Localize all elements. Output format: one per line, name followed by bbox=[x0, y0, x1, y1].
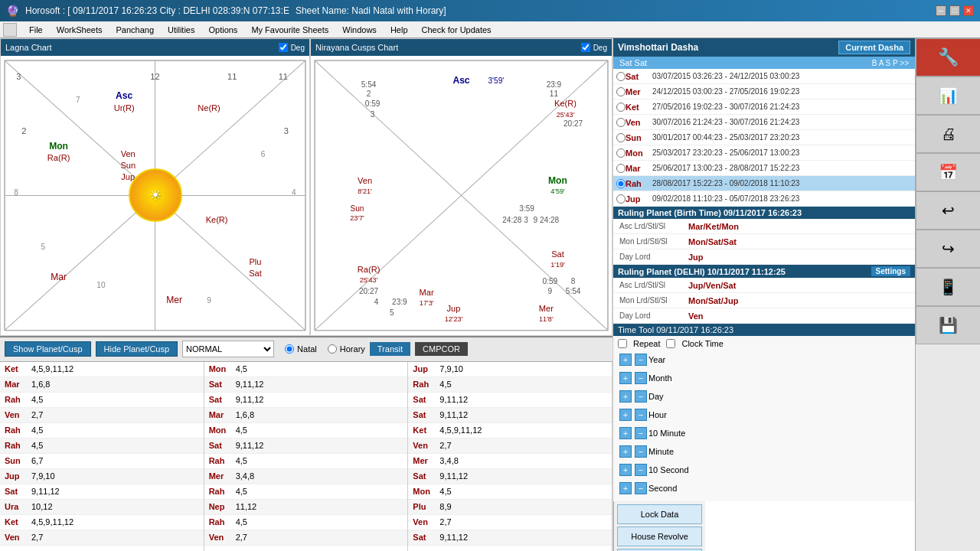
close-btn[interactable]: ✕ bbox=[963, 5, 974, 16]
maximize-btn[interactable]: □ bbox=[949, 5, 960, 16]
dasha-row[interactable]: Rah 28/08/2017 15:22:23 - 09/02/2018 11:… bbox=[613, 176, 915, 191]
table-row[interactable]: Rah 4,5 bbox=[0, 423, 204, 439]
clock-time-checkbox[interactable] bbox=[666, 339, 675, 348]
table-row[interactable]: Sat 9,11,12 bbox=[204, 439, 408, 454]
table-row[interactable]: Mer 3,4,8 bbox=[204, 469, 408, 484]
table-row[interactable]: Mon 4,5 bbox=[204, 423, 408, 439]
settings-btn[interactable]: Settings bbox=[871, 266, 910, 276]
back-icon-btn[interactable]: ↩ bbox=[916, 191, 980, 230]
dasha-radio[interactable] bbox=[616, 118, 626, 127]
dasha-row[interactable]: Ket 27/05/2016 19:02:23 - 30/07/2016 21:… bbox=[613, 99, 915, 115]
table-row[interactable]: Rah 4,5 bbox=[204, 515, 408, 530]
table-row[interactable]: Rah 4,5 bbox=[0, 439, 204, 454]
time-minus-btn[interactable]: − bbox=[635, 354, 647, 366]
time-plus-btn[interactable]: + bbox=[619, 409, 632, 421]
table-row[interactable]: Ket 4,5,9,11,12 bbox=[0, 515, 204, 530]
show-planet-btn[interactable]: Show Planet/Cusp bbox=[5, 341, 91, 357]
time-plus-btn[interactable]: + bbox=[619, 390, 632, 403]
table-row[interactable]: Sat 9,11,12 bbox=[204, 393, 408, 408]
table-row[interactable]: Mon 4,5 bbox=[408, 484, 612, 500]
dasha-radio[interactable] bbox=[616, 164, 626, 173]
menu-utilities[interactable]: Utilities bbox=[162, 24, 201, 36]
table-row[interactable]: Ven 2,7 bbox=[204, 530, 408, 546]
time-minus-btn[interactable]: − bbox=[635, 427, 647, 439]
time-plus-btn[interactable]: + bbox=[619, 464, 632, 476]
time-minus-btn[interactable]: − bbox=[635, 482, 647, 494]
time-plus-btn[interactable]: + bbox=[619, 445, 632, 458]
table-row[interactable]: Mer 3,4,8 bbox=[408, 454, 612, 469]
dasha-row[interactable]: Mon 25/03/2017 23:20:23 - 25/06/2017 13:… bbox=[613, 145, 915, 161]
table-row[interactable]: Sat 9,11,12 bbox=[408, 393, 612, 408]
dasha-radio[interactable] bbox=[616, 194, 626, 204]
horary-radio[interactable] bbox=[328, 344, 337, 354]
table-row[interactable]: Ura 10,12 bbox=[0, 500, 204, 515]
hide-planet-btn[interactable]: Hide Planet/Cusp bbox=[96, 341, 178, 357]
table-row[interactable]: Jup 7,9,10 bbox=[0, 469, 204, 484]
dasha-row[interactable]: Sun 30/01/2017 00:44:23 - 25/03/2017 23:… bbox=[613, 130, 915, 145]
chart-icon-btn[interactable]: 📊 bbox=[916, 77, 980, 115]
table-row[interactable]: Sat 9,11,12 bbox=[408, 408, 612, 423]
table-row[interactable]: Rah 4,5 bbox=[204, 454, 408, 469]
time-minus-btn[interactable]: − bbox=[635, 445, 647, 458]
time-minus-btn[interactable]: − bbox=[635, 372, 647, 384]
table-row[interactable]: Ven 2,7 bbox=[408, 515, 612, 530]
table-row[interactable]: Sat 9,11,12 bbox=[408, 469, 612, 484]
forward-icon-btn[interactable]: ↪ bbox=[916, 230, 980, 268]
current-dasha-btn[interactable]: Current Dasha bbox=[838, 41, 910, 54]
dasha-row[interactable]: Ven 30/07/2016 21:24:23 - 30/07/2016 21:… bbox=[613, 115, 915, 130]
natal-radio[interactable] bbox=[285, 344, 294, 354]
table-row[interactable]: Sun 6,7 bbox=[0, 454, 204, 469]
time-plus-btn[interactable]: + bbox=[619, 354, 632, 366]
dasha-row[interactable]: Jup 09/02/2018 11:10:23 - 05/07/2018 23:… bbox=[613, 191, 915, 207]
repeat-checkbox[interactable] bbox=[618, 339, 627, 348]
table-row[interactable]: Ven 2,7 bbox=[408, 439, 612, 454]
menu-panchang[interactable]: Panchang bbox=[109, 24, 160, 36]
table-row[interactable]: Rah 4,5 bbox=[0, 393, 204, 408]
house-revolve-btn[interactable]: House Revolve bbox=[617, 527, 702, 546]
table-row[interactable]: Sat 9,11,12 bbox=[0, 484, 204, 500]
nirayana-deg-checkbox[interactable] bbox=[581, 43, 590, 52]
menu-windows[interactable]: Windows bbox=[336, 24, 383, 36]
dasha-radio[interactable] bbox=[616, 103, 626, 112]
time-minus-btn[interactable]: − bbox=[635, 409, 647, 421]
tools-icon-btn[interactable]: 🔧 bbox=[916, 38, 980, 77]
table-row[interactable]: Sat 9,11,12 bbox=[408, 530, 612, 546]
table-row[interactable]: Mar 1,6,8 bbox=[204, 408, 408, 423]
save-icon-btn[interactable]: 💾 bbox=[916, 306, 980, 344]
calendar-icon-btn[interactable]: 📅 bbox=[916, 153, 980, 191]
table-row[interactable]: Rah 4,5 bbox=[408, 377, 612, 393]
time-plus-btn[interactable]: + bbox=[619, 427, 632, 439]
table-row[interactable]: Ven 2,7 bbox=[0, 530, 204, 546]
table-row[interactable]: Sat 9,11,12 bbox=[204, 377, 408, 393]
table-row[interactable]: Jup 7,9,10 bbox=[408, 362, 612, 377]
minimize-btn[interactable]: ─ bbox=[936, 5, 946, 16]
table-row[interactable]: Mon 4,5 bbox=[204, 362, 408, 377]
table-row[interactable]: Nep 11,12 bbox=[204, 500, 408, 515]
dasha-row[interactable]: Mar 25/06/2017 13:00:23 - 28/08/2017 15:… bbox=[613, 161, 915, 176]
menu-worksheets[interactable]: WorkSheets bbox=[51, 24, 109, 36]
table-row[interactable]: Ket 4,5,9,11,12 bbox=[0, 362, 204, 377]
table-row[interactable]: Plu 8,9 bbox=[408, 500, 612, 515]
dasha-row[interactable]: Sat 03/07/2015 03:26:23 - 24/12/2015 03:… bbox=[613, 69, 915, 84]
menu-file[interactable]: File bbox=[23, 24, 49, 36]
dasha-radio[interactable] bbox=[616, 148, 626, 158]
lagna-deg-checkbox[interactable] bbox=[279, 43, 288, 52]
dasha-row[interactable]: Mer 24/12/2015 03:00:23 - 27/05/2016 19:… bbox=[613, 84, 915, 99]
menu-favourites[interactable]: My Favourite Sheets bbox=[245, 24, 335, 36]
time-minus-btn[interactable]: − bbox=[635, 390, 647, 403]
table-row[interactable]: Mar 1,6,8 bbox=[0, 377, 204, 393]
table-row[interactable]: Rah 4,5 bbox=[204, 484, 408, 500]
normal-select[interactable]: NORMAL bbox=[182, 341, 274, 357]
time-plus-btn[interactable]: + bbox=[619, 372, 632, 384]
menu-help[interactable]: Help bbox=[384, 24, 414, 36]
dasha-radio[interactable] bbox=[616, 133, 626, 142]
transit-btn[interactable]: Transit bbox=[370, 342, 410, 356]
lock-data-btn[interactable]: Lock Data bbox=[617, 504, 702, 524]
dasha-radio[interactable] bbox=[616, 179, 626, 188]
time-plus-btn[interactable]: + bbox=[619, 482, 632, 494]
menu-options[interactable]: Options bbox=[202, 24, 243, 36]
cmpcor-btn[interactable]: CMPCOR bbox=[415, 342, 468, 356]
time-minus-btn[interactable]: − bbox=[635, 464, 647, 476]
print-icon-btn[interactable]: 🖨 bbox=[916, 115, 980, 153]
table-row[interactable]: Ket 4,5,9,11,12 bbox=[408, 423, 612, 439]
